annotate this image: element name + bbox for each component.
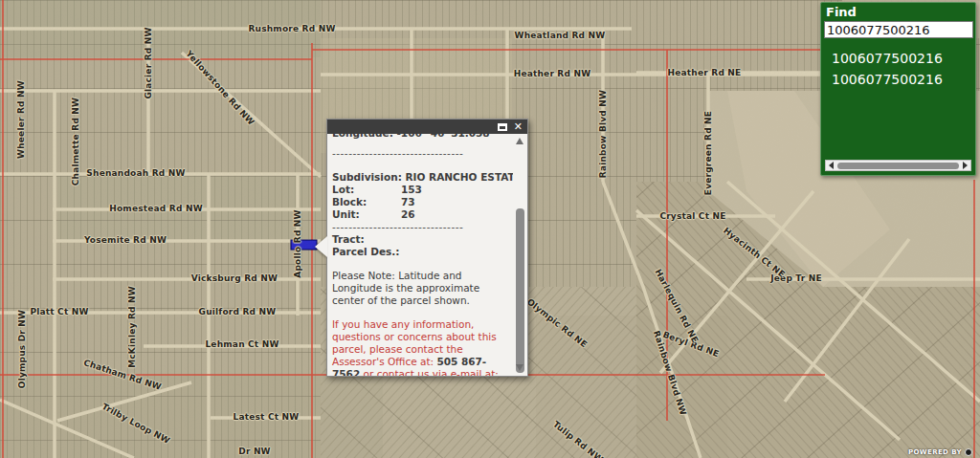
block-label: Block: xyxy=(332,196,401,208)
parcel-info-popup: ✕ Longitude: -106° 46' 31.058 ----------… xyxy=(326,119,528,377)
scroll-down-icon[interactable] xyxy=(516,364,523,371)
popup-scrollbar[interactable] xyxy=(514,134,526,375)
separator: -------------------------------- xyxy=(332,221,513,233)
separator: -------------------------------- xyxy=(332,147,513,160)
block-row: Block: 73 xyxy=(332,196,513,208)
powered-by-watermark: POWERED BY xyxy=(908,448,972,456)
block-value: 73 xyxy=(401,196,415,208)
unit-value: 26 xyxy=(401,208,415,221)
unit-row: Unit: 26 xyxy=(332,208,513,221)
lot-label: Lot: xyxy=(332,184,401,196)
lat-long-note: Please Note: Latitude and Longitude is t… xyxy=(332,270,513,307)
assessor-warning: If you have any information, questions o… xyxy=(332,318,513,376)
esri-logo-icon xyxy=(965,448,972,456)
scroll-up-icon[interactable] xyxy=(516,138,523,144)
unit-label: Unit: xyxy=(332,208,401,221)
scrollbar-thumb[interactable] xyxy=(837,163,959,169)
scroll-right-icon[interactable] xyxy=(963,162,968,169)
maximize-icon[interactable] xyxy=(498,123,507,131)
scrollbar-thumb[interactable] xyxy=(516,208,524,373)
find-result-item[interactable]: 1006077500216 xyxy=(832,69,972,90)
lot-value: 153 xyxy=(401,184,422,196)
parcel-des-label: Parcel Des.: xyxy=(332,246,513,258)
warning-text: or contact us via e-mail at: xyxy=(360,368,499,376)
popup-body: Longitude: -106° 46' 31.058 ------------… xyxy=(327,134,513,376)
popup-titlebar[interactable]: ✕ xyxy=(327,120,527,134)
tract-label: Tract: xyxy=(332,233,513,246)
scroll-left-icon[interactable] xyxy=(829,162,834,169)
lot-row: Lot: 153 xyxy=(332,184,513,196)
close-icon[interactable]: ✕ xyxy=(514,122,523,132)
longitude-line: Longitude: -106° 46' 31.058 xyxy=(332,134,513,140)
powered-by-label: POWERED BY xyxy=(908,448,962,456)
find-title: Find xyxy=(824,5,972,21)
find-input[interactable] xyxy=(824,21,973,38)
map-viewer: Rushmore Rd NWWheatland Rd NWHeather Rd … xyxy=(0,0,980,458)
find-panel: Find 1006077500216 1006077500216 xyxy=(820,2,976,176)
find-results-list: 1006077500216 1006077500216 xyxy=(824,38,972,90)
find-result-item[interactable]: 1006077500216 xyxy=(832,48,972,69)
find-horizontal-scrollbar[interactable] xyxy=(825,160,971,171)
popup-callout-arrow xyxy=(315,236,327,257)
subdivision-line: Subdivision: RIO RANCHO ESTATES xyxy=(332,171,513,184)
